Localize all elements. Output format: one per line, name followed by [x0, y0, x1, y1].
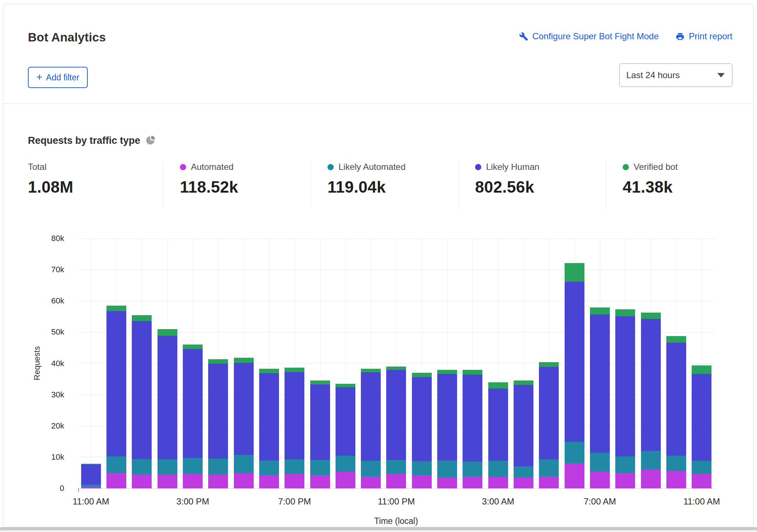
segment-verified-bot: [463, 370, 482, 375]
y-tick-80k: 80k: [51, 234, 64, 243]
bar-3-00-am[interactable]: [488, 382, 508, 488]
stats-row: Total1.08MAutomated118.52kLikely Automat…: [28, 162, 753, 209]
bar-9-00-am[interactable]: [641, 313, 661, 488]
segment-likely-automated: [514, 466, 533, 478]
y-tick-50k: 50k: [51, 327, 64, 337]
segment-verified-bot: [666, 336, 686, 343]
segment-likely-automated: [106, 456, 126, 473]
segment-likely-automated: [565, 442, 584, 463]
segment-likely-human: [132, 321, 152, 459]
segment-automated: [234, 473, 254, 488]
bar-10-00-am[interactable]: [666, 336, 686, 488]
stat-value: 119.04k: [327, 178, 458, 196]
segment-automated: [692, 474, 711, 488]
time-range-select[interactable]: Last 24 hours: [619, 63, 732, 87]
segment-likely-automated: [132, 459, 152, 474]
segment-automated: [386, 474, 406, 488]
segment-likely-human: [361, 372, 381, 461]
bottom-page-band-light: [0, 530, 757, 532]
segment-likely-human: [259, 373, 279, 460]
stat-verified-bot[interactable]: Verified bot41.38k: [606, 162, 753, 209]
segment-verified-bot: [565, 263, 584, 282]
segment-automated: [463, 477, 482, 488]
bar-7-00-pm[interactable]: [285, 368, 304, 488]
segment-likely-human: [234, 363, 254, 455]
bar-10-00-pm[interactable]: [361, 369, 381, 488]
stat-label: Automated: [191, 162, 233, 172]
bar-1-00-pm[interactable]: [132, 315, 152, 488]
y-tick-30k: 30k: [51, 390, 64, 400]
segment-verified-bot: [361, 369, 381, 372]
bar-slot-12: [384, 238, 409, 488]
segment-likely-human: [412, 377, 432, 461]
bar-2-00-pm[interactable]: [157, 329, 177, 488]
stat-label: Likely Human: [486, 162, 539, 172]
x-tick-0: 11:00 AM: [73, 496, 109, 507]
segment-likely-automated: [641, 451, 661, 469]
stat-automated[interactable]: Automated118.52k: [163, 162, 311, 209]
bar-slot-10: [333, 238, 358, 488]
segment-automated: [412, 475, 432, 488]
bar-slot-22: [638, 238, 663, 488]
segment-likely-human: [463, 375, 482, 462]
bar-6-00-am[interactable]: [565, 263, 584, 488]
bar-11-00-am[interactable]: [81, 464, 101, 488]
stat-value: 802.56k: [475, 178, 606, 196]
legend-dot: [327, 164, 334, 170]
segment-likely-human: [208, 364, 228, 459]
segment-likely-human: [615, 316, 635, 456]
bar-slot-4: [180, 238, 205, 488]
x-tick-4: 3:00 PM: [176, 496, 209, 507]
segment-likely-automated: [437, 460, 457, 477]
segment-verified-bot: [106, 306, 126, 311]
bottom-page-band: [0, 527, 757, 530]
segment-likely-human: [565, 282, 584, 442]
segment-likely-human: [336, 387, 355, 456]
bar-8-00-pm[interactable]: [310, 380, 330, 488]
segment-automated: [336, 472, 355, 488]
segment-verified-bot: [132, 315, 152, 321]
legend-dot: [623, 164, 629, 170]
segment-likely-automated: [157, 459, 177, 475]
segment-likely-automated: [285, 459, 304, 474]
printer-icon: [675, 32, 685, 41]
bar-5-00-am[interactable]: [539, 362, 559, 488]
bar-8-00-am[interactable]: [615, 309, 635, 488]
bar-11-00-am[interactable]: [692, 365, 711, 488]
bar-12-00-pm[interactable]: [106, 306, 126, 488]
segment-automated: [666, 471, 686, 488]
segment-automated: [615, 473, 635, 488]
bar-5-00-pm[interactable]: [234, 358, 254, 488]
segment-likely-human: [81, 464, 101, 484]
segment-likely-automated: [208, 459, 228, 474]
wrench-icon: [519, 32, 528, 41]
x-tick-20: 7:00 AM: [584, 496, 616, 507]
bar-6-00-pm[interactable]: [259, 369, 279, 488]
segment-likely-human: [310, 385, 330, 460]
segment-likely-human: [488, 389, 508, 461]
y-tick-40k: 40k: [51, 359, 64, 368]
bar-1-00-am[interactable]: [437, 370, 457, 488]
bar-slot-9: [307, 238, 333, 488]
bar-9-00-pm[interactable]: [336, 384, 355, 488]
y-tick-60k: 60k: [51, 296, 64, 306]
bar-11-00-pm[interactable]: [386, 367, 406, 488]
bar-12-00-am[interactable]: [412, 373, 432, 488]
stat-likely-automated[interactable]: Likely Automated119.04k: [311, 162, 458, 209]
segment-verified-bot: [641, 313, 661, 319]
bar-7-00-am[interactable]: [590, 307, 610, 488]
bar-4-00-pm[interactable]: [208, 359, 228, 488]
segment-verified-bot: [412, 373, 432, 377]
header-links: Configure Super Bot Fight Mode Print rep…: [519, 31, 732, 41]
print-report-link[interactable]: Print report: [675, 31, 732, 41]
stat-likely-human[interactable]: Likely Human802.56k: [458, 162, 606, 209]
configure-super-bot-fight-mode-link[interactable]: Configure Super Bot Fight Mode: [519, 31, 659, 41]
bar-3-00-pm[interactable]: [183, 345, 203, 488]
bar-slot-11: [358, 238, 384, 488]
bar-4-00-am[interactable]: [514, 380, 533, 489]
add-filter-button[interactable]: + Add filter: [28, 67, 88, 88]
legend-dot: [180, 164, 186, 170]
y-tick-0: 0: [60, 484, 64, 493]
stat-total[interactable]: Total1.08M: [28, 162, 163, 209]
bar-2-00-am[interactable]: [463, 370, 482, 488]
